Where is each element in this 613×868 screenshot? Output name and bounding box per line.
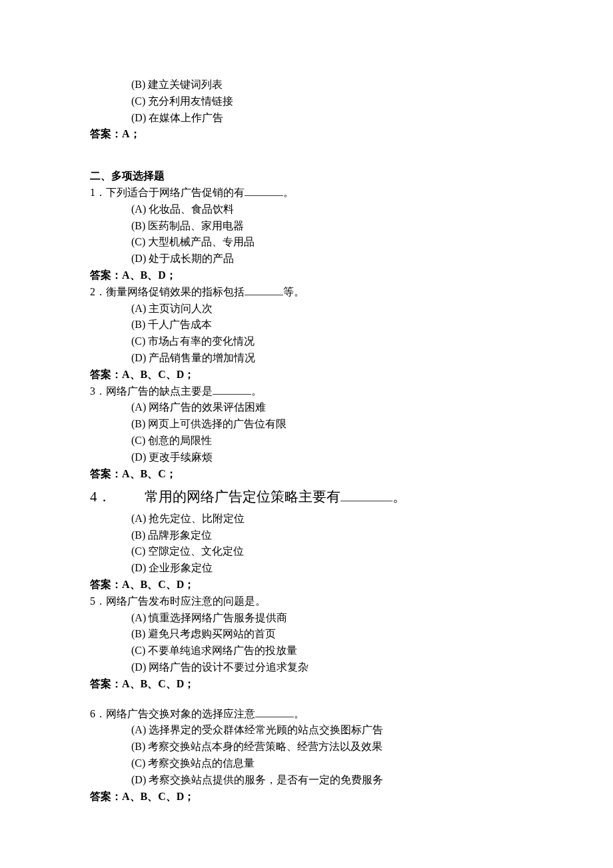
q1-answer: 答案：A、B、D； [90,267,523,284]
q6-option-b: (B) 考察交换站点本身的经营策略、经营方法以及效果 [90,739,523,755]
q4-option-a: (A) 抢先定位、比附定位 [90,511,523,527]
q5-answer: 答案：A、B、C、D； [90,676,523,693]
q6-stem: 6．网络广告交换对象的选择应注意。 [90,706,523,723]
q4-option-b: (B) 品牌形象定位 [90,527,523,544]
q1-option-d: (D) 处于成长期的产品 [90,251,523,267]
q5-stem: 5．网络广告发布时应注意的问题是。 [90,593,523,610]
q4-stem: 4．常用的网络广告定位策略主要有。 [90,486,523,508]
q4-option-d: (D) 企业形象定位 [90,560,523,577]
q3-option-d: (D) 更改手续麻烦 [90,449,523,466]
blank [245,195,283,196]
q3-option-c: (C) 创意的局限性 [90,433,523,449]
section-2-title: 二、多项选择题 [90,168,523,185]
q3-option-b: (B) 网页上可供选择的广告位有限 [90,416,523,433]
q2-answer: 答案：A、B、C、D； [90,367,523,383]
q2-stem: 2．衡量网络促销效果的指标包括等。 [90,284,523,301]
q2-option-a: (A) 主页访问人次 [90,301,523,317]
prev-option-d: (D) 在媒体上作广告 [90,110,523,127]
q6-answer: 答案：A、B、C、D； [90,789,523,805]
q2-option-c: (C) 市场占有率的变化情况 [90,333,523,350]
q2-stem-pre: 2．衡量网络促销效果的指标包括 [90,286,245,297]
q3-answer: 答案：A、B、C； [90,466,523,483]
q4-stem-post: 。 [392,489,406,505]
q3-stem: 3．网络广告的缺点主要是。 [90,383,523,400]
q5-option-a: (A) 慎重选择网络广告服务提供商 [90,610,523,627]
blank [213,394,251,395]
q3-stem-pre: 3．网络广告的缺点主要是 [90,385,213,397]
prev-answer: 答案：A； [90,126,523,143]
blank [255,717,294,717]
blank [340,501,392,501]
q6-stem-pre: 6．网络广告交换对象的选择应注意 [90,708,255,719]
q4-answer: 答案：A、B、C、D； [90,577,523,593]
q6-stem-post: 。 [294,708,305,719]
q1-option-a: (A) 化妆品、食品饮料 [90,201,523,218]
q6-option-c: (C) 考察交换站点的信息量 [90,755,523,772]
q2-stem-post: 等。 [283,286,305,297]
q5-option-c: (C) 不要单纯追求网络广告的投放量 [90,643,523,659]
q5-option-b: (B) 避免只考虑购买网站的首页 [90,626,523,643]
blank [245,295,283,295]
q5-option-d: (D) 网络广告的设计不要过分追求复杂 [90,659,523,676]
q1-option-b: (B) 医药制品、家用电器 [90,218,523,235]
q6-option-d: (D) 考察交换站点提供的服务，是否有一定的免费服务 [90,772,523,789]
q4-number: 4． [90,486,145,508]
q4-option-c: (C) 空隙定位、文化定位 [90,543,523,560]
q3-option-a: (A) 网络广告的效果评估困难 [90,399,523,416]
q3-stem-post: 。 [251,385,262,397]
prev-option-c: (C) 充分利用友情链接 [90,93,523,110]
q1-stem-pre: 1．下列适合于网络广告促销的有 [90,187,245,198]
q2-option-d: (D) 产品销售量的增加情况 [90,350,523,367]
prev-option-b: (B) 建立关键词列表 [90,77,523,93]
q2-option-b: (B) 千人广告成本 [90,317,523,333]
q1-stem-post: 。 [283,187,294,198]
q1-option-c: (C) 大型机械产品、专用品 [90,234,523,251]
q6-option-a: (A) 选择界定的受众群体经常光顾的站点交换图标广告 [90,722,523,739]
q1-stem: 1．下列适合于网络广告促销的有。 [90,185,523,201]
q4-stem-pre: 常用的网络广告定位策略主要有 [145,489,340,505]
